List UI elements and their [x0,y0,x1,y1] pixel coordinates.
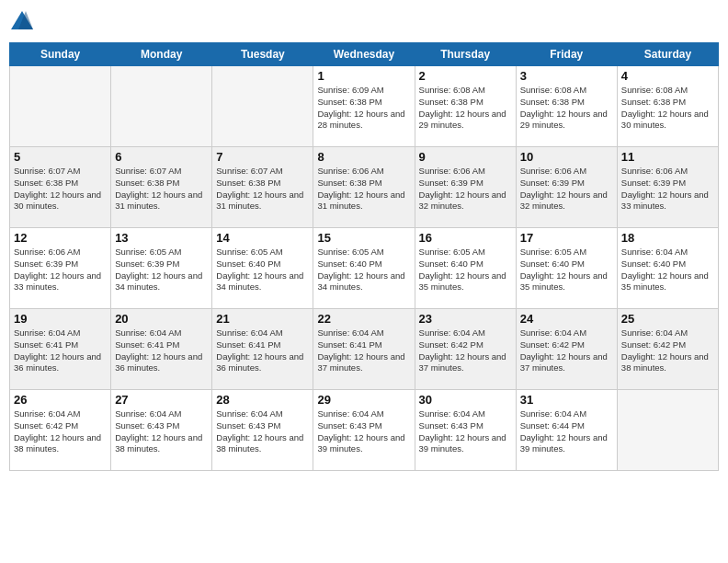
cell-info: Sunrise: 6:05 AM Sunset: 6:39 PM Dayligh… [115,247,208,293]
cal-cell: 11Sunrise: 6:06 AM Sunset: 6:39 PM Dayli… [617,147,718,228]
cell-info: Sunrise: 6:06 AM Sunset: 6:39 PM Dayligh… [14,247,107,293]
day-number: 21 [216,312,309,326]
cal-cell: 3Sunrise: 6:08 AM Sunset: 6:38 PM Daylig… [516,66,617,147]
cal-cell: 4Sunrise: 6:08 AM Sunset: 6:38 PM Daylig… [617,66,718,147]
cell-info: Sunrise: 6:04 AM Sunset: 6:42 PM Dayligh… [419,327,512,374]
cal-cell: 14Sunrise: 6:05 AM Sunset: 6:40 PM Dayli… [212,228,313,309]
cell-info: Sunrise: 6:05 AM Sunset: 6:40 PM Dayligh… [520,247,613,293]
week-row: 1Sunrise: 6:09 AM Sunset: 6:38 PM Daylig… [10,66,719,147]
day-header-friday: Friday [516,43,617,66]
cell-info: Sunrise: 6:08 AM Sunset: 6:38 PM Dayligh… [520,85,613,132]
cal-cell: 9Sunrise: 6:06 AM Sunset: 6:39 PM Daylig… [415,147,516,228]
day-number: 6 [115,150,208,164]
cell-info: Sunrise: 6:04 AM Sunset: 6:41 PM Dayligh… [216,327,309,374]
cal-cell: 24Sunrise: 6:04 AM Sunset: 6:42 PM Dayli… [516,309,617,390]
cal-cell: 17Sunrise: 6:05 AM Sunset: 6:40 PM Dayli… [516,228,617,309]
day-header-tuesday: Tuesday [212,43,313,66]
cell-info: Sunrise: 6:04 AM Sunset: 6:41 PM Dayligh… [317,327,410,374]
day-number: 23 [419,312,512,326]
day-number: 22 [317,312,410,326]
day-header-thursday: Thursday [415,43,516,66]
day-number: 24 [520,312,613,326]
day-number: 18 [621,231,714,245]
cal-cell [111,66,212,147]
cell-info: Sunrise: 6:04 AM Sunset: 6:43 PM Dayligh… [317,408,410,455]
cal-cell: 18Sunrise: 6:04 AM Sunset: 6:40 PM Dayli… [617,228,718,309]
week-row: 26Sunrise: 6:04 AM Sunset: 6:42 PM Dayli… [10,390,719,471]
cell-info: Sunrise: 6:04 AM Sunset: 6:43 PM Dayligh… [216,408,309,455]
day-number: 10 [520,150,613,164]
day-number: 25 [621,312,714,326]
day-number: 20 [115,312,208,326]
cal-cell: 12Sunrise: 6:06 AM Sunset: 6:39 PM Dayli… [10,228,111,309]
day-header-wednesday: Wednesday [313,43,415,66]
cal-cell: 20Sunrise: 6:04 AM Sunset: 6:41 PM Dayli… [111,309,212,390]
day-header-sunday: Sunday [10,43,111,66]
header [9,9,719,35]
cell-info: Sunrise: 6:04 AM Sunset: 6:41 PM Dayligh… [115,327,208,374]
cell-info: Sunrise: 6:04 AM Sunset: 6:42 PM Dayligh… [621,327,714,374]
day-number: 31 [520,393,613,407]
week-row: 19Sunrise: 6:04 AM Sunset: 6:41 PM Dayli… [10,309,719,390]
week-row: 12Sunrise: 6:06 AM Sunset: 6:39 PM Dayli… [10,228,719,309]
day-number: 7 [216,150,309,164]
cal-cell: 15Sunrise: 6:05 AM Sunset: 6:40 PM Dayli… [313,228,415,309]
cell-info: Sunrise: 6:05 AM Sunset: 6:40 PM Dayligh… [216,247,309,293]
cal-cell: 30Sunrise: 6:04 AM Sunset: 6:43 PM Dayli… [415,390,516,471]
cell-info: Sunrise: 6:04 AM Sunset: 6:43 PM Dayligh… [419,408,512,455]
day-number: 3 [520,69,613,83]
day-number: 29 [317,393,410,407]
cell-info: Sunrise: 6:06 AM Sunset: 6:39 PM Dayligh… [621,166,714,213]
day-number: 14 [216,231,309,245]
cell-info: Sunrise: 6:07 AM Sunset: 6:38 PM Dayligh… [115,166,208,213]
cal-cell: 23Sunrise: 6:04 AM Sunset: 6:42 PM Dayli… [415,309,516,390]
cell-info: Sunrise: 6:04 AM Sunset: 6:41 PM Dayligh… [14,327,107,374]
cal-cell: 2Sunrise: 6:08 AM Sunset: 6:38 PM Daylig… [415,66,516,147]
day-number: 28 [216,393,309,407]
cal-cell: 21Sunrise: 6:04 AM Sunset: 6:41 PM Dayli… [212,309,313,390]
cal-cell [617,390,718,471]
day-header-monday: Monday [111,43,212,66]
day-number: 12 [14,231,107,245]
cell-info: Sunrise: 6:06 AM Sunset: 6:39 PM Dayligh… [520,166,613,213]
cell-info: Sunrise: 6:04 AM Sunset: 6:42 PM Dayligh… [14,408,107,455]
cal-cell: 28Sunrise: 6:04 AM Sunset: 6:43 PM Dayli… [212,390,313,471]
cal-cell [10,66,111,147]
cal-cell: 22Sunrise: 6:04 AM Sunset: 6:41 PM Dayli… [313,309,415,390]
cal-cell: 16Sunrise: 6:05 AM Sunset: 6:40 PM Dayli… [415,228,516,309]
day-number: 26 [14,393,107,407]
cell-info: Sunrise: 6:06 AM Sunset: 6:38 PM Dayligh… [317,166,410,213]
logo-icon [9,9,35,35]
cell-info: Sunrise: 6:08 AM Sunset: 6:38 PM Dayligh… [621,85,714,132]
calendar-body: 1Sunrise: 6:09 AM Sunset: 6:38 PM Daylig… [10,66,719,471]
day-header-saturday: Saturday [617,43,718,66]
day-number: 19 [14,312,107,326]
cal-cell: 7Sunrise: 6:07 AM Sunset: 6:38 PM Daylig… [212,147,313,228]
day-number: 2 [419,69,512,83]
cal-cell: 19Sunrise: 6:04 AM Sunset: 6:41 PM Dayli… [10,309,111,390]
cell-info: Sunrise: 6:05 AM Sunset: 6:40 PM Dayligh… [317,247,410,293]
cal-cell: 29Sunrise: 6:04 AM Sunset: 6:43 PM Dayli… [313,390,415,471]
cal-cell: 27Sunrise: 6:04 AM Sunset: 6:43 PM Dayli… [111,390,212,471]
day-number: 5 [14,150,107,164]
cal-cell: 25Sunrise: 6:04 AM Sunset: 6:42 PM Dayli… [617,309,718,390]
logo [9,9,37,35]
cal-cell: 13Sunrise: 6:05 AM Sunset: 6:39 PM Dayli… [111,228,212,309]
cell-info: Sunrise: 6:04 AM Sunset: 6:43 PM Dayligh… [115,408,208,455]
day-number: 30 [419,393,512,407]
cal-cell: 6Sunrise: 6:07 AM Sunset: 6:38 PM Daylig… [111,147,212,228]
cal-cell [212,66,313,147]
day-number: 27 [115,393,208,407]
day-number: 15 [317,231,410,245]
day-number: 11 [621,150,714,164]
cell-info: Sunrise: 6:06 AM Sunset: 6:39 PM Dayligh… [419,166,512,213]
cal-cell: 5Sunrise: 6:07 AM Sunset: 6:38 PM Daylig… [10,147,111,228]
day-number: 4 [621,69,714,83]
cal-cell: 1Sunrise: 6:09 AM Sunset: 6:38 PM Daylig… [313,66,415,147]
cell-info: Sunrise: 6:04 AM Sunset: 6:42 PM Dayligh… [520,327,613,374]
cell-info: Sunrise: 6:04 AM Sunset: 6:40 PM Dayligh… [621,247,714,293]
cal-cell: 8Sunrise: 6:06 AM Sunset: 6:38 PM Daylig… [313,147,415,228]
cell-info: Sunrise: 6:09 AM Sunset: 6:38 PM Dayligh… [317,85,410,132]
day-number: 16 [419,231,512,245]
day-number: 9 [419,150,512,164]
